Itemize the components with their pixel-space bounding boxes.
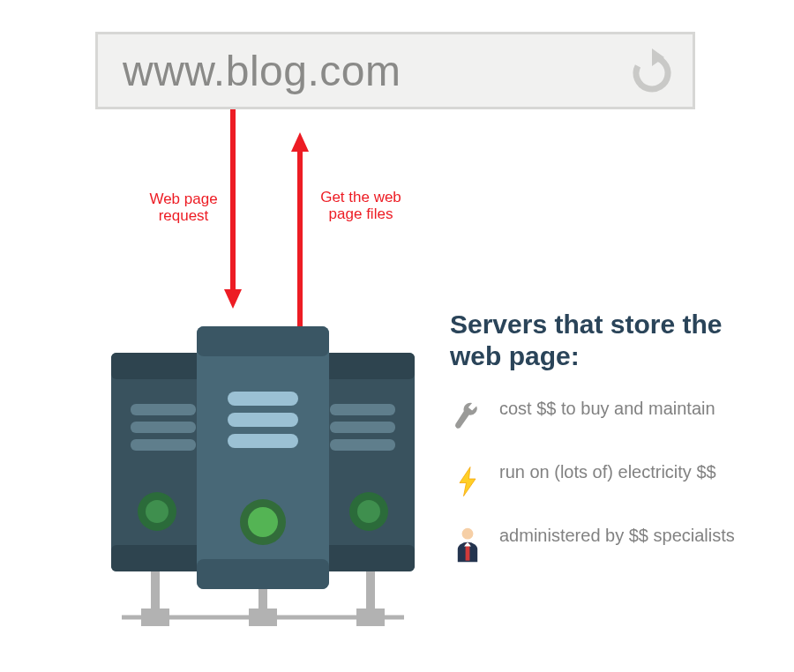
request-label: Web pagerequest <box>141 190 226 224</box>
info-item: administered by $$ specialists <box>450 524 768 566</box>
reload-icon[interactable] <box>627 49 677 98</box>
svg-rect-31 <box>228 392 298 406</box>
person-icon <box>450 524 485 566</box>
server-front <box>197 326 329 589</box>
response-label: Get the webpage files <box>312 189 409 222</box>
info-item-text: cost $$ to buy and maintain <box>499 397 715 420</box>
svg-rect-29 <box>197 326 329 356</box>
svg-rect-24 <box>330 422 395 433</box>
server-cluster-illustration <box>95 326 431 653</box>
svg-marker-36 <box>460 467 476 497</box>
svg-rect-25 <box>330 439 395 451</box>
svg-rect-30 <box>197 559 329 589</box>
svg-rect-28 <box>197 326 329 589</box>
svg-point-19 <box>146 500 169 523</box>
svg-rect-33 <box>228 434 298 448</box>
response-arrow <box>291 132 309 339</box>
svg-rect-15 <box>131 404 196 415</box>
svg-rect-23 <box>330 404 395 415</box>
svg-point-27 <box>357 500 380 523</box>
svg-point-37 <box>462 528 474 540</box>
svg-rect-16 <box>131 422 196 433</box>
address-bar[interactable]: www.blog.com <box>95 32 695 109</box>
wrench-icon <box>450 397 485 439</box>
lightning-icon <box>450 460 485 503</box>
address-text: www.blog.com <box>123 47 401 95</box>
request-arrow <box>224 109 242 312</box>
svg-rect-11 <box>356 609 385 626</box>
server-info-panel: Servers that store the web page: cost $$… <box>450 309 768 587</box>
info-heading: Servers that store the web page: <box>450 309 768 372</box>
info-item: run on (lots of) electricity $$ <box>450 460 768 503</box>
svg-rect-9 <box>249 609 277 626</box>
info-item-text: run on (lots of) electricity $$ <box>499 460 716 483</box>
svg-rect-17 <box>131 439 196 451</box>
svg-rect-32 <box>228 413 298 427</box>
svg-marker-2 <box>224 289 242 309</box>
info-item: cost $$ to buy and maintain <box>450 397 768 439</box>
svg-marker-3 <box>291 132 309 152</box>
info-item-text: administered by $$ specialists <box>499 524 735 547</box>
svg-rect-7 <box>141 609 169 626</box>
svg-point-35 <box>248 507 278 537</box>
